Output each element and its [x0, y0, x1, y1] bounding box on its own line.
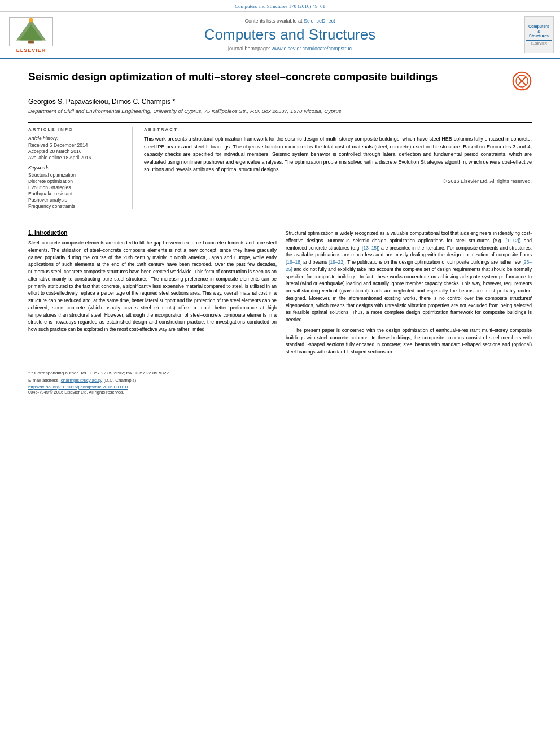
- ref-link-13-15[interactable]: [13–15]: [362, 245, 378, 251]
- intro-paragraph-right-1: Structural optimization is widely recogn…: [286, 230, 532, 324]
- crossmark-badge[interactable]: CrossMark: [512, 71, 532, 92]
- contents-available-line: Contents lists available at ScienceDirec…: [61, 18, 519, 24]
- ref-link-16-18[interactable]: [16–18]: [286, 259, 301, 265]
- journal-header: ELSEVIER Contents lists available at Sci…: [0, 12, 560, 59]
- main-content: 1. Introduction Steel–concrete composite…: [0, 230, 560, 359]
- journal-thumbnail: Computers&Structures ELSEVIER: [523, 16, 554, 53]
- footnote-author: * * Corresponding author. Tel.: +357 22 …: [28, 370, 532, 376]
- main-right-column: Structural optimization is widely recogn…: [286, 230, 532, 359]
- keyword-4: Earthquake-resistant: [28, 191, 125, 196]
- abstract-text: This work presents a structural optimiza…: [144, 136, 532, 174]
- journal-homepage: journal homepage: www.elsevier.com/locat…: [61, 46, 519, 51]
- sciencedirect-link[interactable]: ScienceDirect: [304, 18, 335, 24]
- section1-heading: 1. Introduction: [28, 230, 277, 236]
- keyword-2: Discrete optimization: [28, 178, 125, 184]
- issue-citation: Computers and Structures 170 (2016) 49–6…: [235, 3, 325, 9]
- abstract-heading: ABSTRACT: [144, 127, 532, 132]
- section1-right-text: Structural optimization is widely recogn…: [286, 230, 532, 356]
- top-bar: Computers and Structures 170 (2016) 49–6…: [0, 0, 560, 12]
- article-area: CrossMark Seismic design optimization of…: [0, 59, 560, 230]
- doi-url[interactable]: http://dx.doi.org/10.1016/j.compstruc.20…: [28, 385, 128, 390]
- main-left-column: 1. Introduction Steel–concrete composite…: [28, 230, 277, 359]
- homepage-link[interactable]: www.elsevier.com/locate/compstruc: [272, 46, 352, 51]
- affiliation-line: Department of Civil and Environmental En…: [28, 108, 532, 114]
- article-title: Seismic design optimization of multi–sto…: [28, 70, 532, 84]
- ref-link-19-22[interactable]: [19–22]: [329, 259, 344, 265]
- email-line: E-mail address: charmpis@ucy.ac.cy (D.C.…: [28, 377, 532, 383]
- keyword-1: Structural optimization: [28, 172, 125, 178]
- footnote-text: * Corresponding author. Tel.: +357 22 89…: [31, 370, 170, 375]
- received-date: Received 5 December 2014: [28, 142, 125, 148]
- intro-paragraph-right-2: The present paper is concerned with the …: [286, 327, 532, 356]
- email-label: E-mail address:: [28, 378, 60, 383]
- footnote-asterisk: *: [28, 370, 30, 375]
- copyright-line: © 2016 Elsevier Ltd. All rights reserved…: [144, 178, 532, 184]
- accepted-date: Accepted 28 March 2016: [28, 148, 125, 154]
- svg-point-4: [29, 18, 33, 22]
- svg-text:CrossMark: CrossMark: [516, 88, 528, 90]
- journal-center: Contents lists available at ScienceDirec…: [61, 18, 519, 51]
- article-info-column: ARTICLE INFO Article history: Received 5…: [28, 127, 133, 209]
- journal-cover-thumbnail: Computers&Structures ELSEVIER: [524, 16, 554, 53]
- history-label: Article history:: [28, 136, 125, 141]
- intro-paragraph-1: Steel–concrete composite elements are in…: [28, 239, 277, 333]
- elsevier-logo-image: [9, 17, 53, 46]
- ref-link-1-12[interactable]: [1–12]: [506, 238, 519, 243]
- keyword-6: Frequency constraints: [28, 203, 125, 209]
- keywords-label: Keywords:: [28, 165, 125, 171]
- ref-link-23-25[interactable]: [23–25]: [286, 259, 532, 272]
- journal-title: Computers and Structures: [61, 26, 519, 43]
- svg-rect-3: [28, 40, 34, 43]
- doi-link[interactable]: http://dx.doi.org/10.1016/j.compstruc.20…: [28, 385, 532, 390]
- keyword-3: Evolution Strategies: [28, 185, 125, 190]
- elsevier-brand-label: ELSEVIER: [16, 47, 46, 53]
- keyword-5: Pushover analysis: [28, 197, 125, 203]
- article-info-heading: ARTICLE INFO: [28, 127, 125, 132]
- elsevier-logo-area: ELSEVIER: [6, 17, 56, 53]
- section1-left-text: Steel–concrete composite elements are in…: [28, 239, 277, 333]
- article-info-abstract: ARTICLE INFO Article history: Received 5…: [28, 122, 532, 209]
- abstract-paragraph: This work presents a structural optimiza…: [144, 136, 532, 174]
- authors-line: Georgios S. Papavasileiou, Dimos C. Char…: [28, 98, 532, 106]
- available-date: Available online 18 April 2016: [28, 155, 125, 160]
- abstract-column: ABSTRACT This work presents a structural…: [144, 127, 532, 209]
- email-suffix: (D.C. Charmpis).: [103, 378, 137, 383]
- footer-area: * * Corresponding author. Tel.: +357 22 …: [0, 365, 560, 398]
- authors-text: Georgios S. Papavasileiou, Dimos C. Char…: [28, 98, 175, 106]
- thumb-title: Computers&Structures: [528, 24, 549, 38]
- author-email-link[interactable]: charmpis@ucy.ac.cy: [61, 378, 102, 383]
- issn-line: 0045-7949/© 2016 Elsevier Ltd. All right…: [28, 390, 532, 395]
